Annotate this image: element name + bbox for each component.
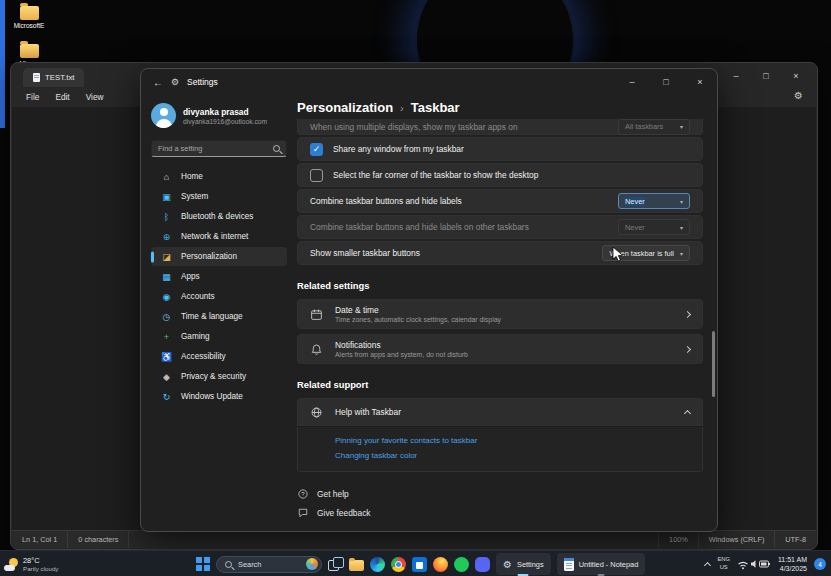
search-icon: [225, 561, 232, 568]
give-feedback-link[interactable]: Give feedback: [297, 507, 703, 519]
related-card-date-time[interactable]: Date & timeTime zones, automatic clock s…: [297, 299, 703, 329]
desktop-icon-microsofte[interactable]: MicrosoftE: [6, 6, 52, 29]
discord-button[interactable]: [475, 557, 490, 572]
expander-title: Help with Taskbar: [335, 407, 673, 417]
setting-label: Select the far corner of the taskbar to …: [333, 170, 690, 180]
weather-widget[interactable]: 28°C Partly cloudy: [4, 551, 58, 576]
clock[interactable]: 11:51 AM 4/3/2025: [778, 555, 807, 574]
tray-overflow-chevron-icon[interactable]: [704, 562, 711, 569]
menu-file[interactable]: File: [19, 90, 46, 104]
background-window-edge: [0, 0, 5, 128]
sidebar-item-accessibility[interactable]: ♿Accessibility: [151, 347, 287, 366]
sidebar-item-label: Personalization: [181, 252, 237, 261]
gaming-icon: +: [161, 332, 172, 342]
card-texts: NotificationsAlerts from apps and system…: [335, 340, 673, 359]
file-icon: [33, 73, 40, 82]
task-view-button[interactable]: [328, 557, 343, 572]
get-help-link[interactable]: ?Get help: [297, 488, 703, 500]
setting-row-when-using-multiple-displays-show-my-taskb: When using multiple displays, show my ta…: [297, 119, 703, 135]
folder-icon: [20, 6, 39, 20]
setting-label: Show smaller taskbar buttons: [310, 248, 602, 258]
sidebar-item-label: Network & internet: [181, 232, 248, 241]
sidebar-item-personalization[interactable]: ◪Personalization: [151, 247, 287, 266]
support-link-changing-taskbar-color[interactable]: Changing taskbar color: [335, 451, 690, 460]
chevron-down-icon: ▾: [680, 250, 683, 257]
dropdown-combine-taskbar-buttons-and-hi[interactable]: Never▾: [618, 193, 690, 209]
maximize-icon[interactable]: □: [649, 69, 683, 95]
breadcrumb-parent[interactable]: Personalization: [297, 100, 393, 115]
language-switcher[interactable]: ENG US: [717, 556, 730, 571]
accounts-icon: ◉: [161, 292, 172, 302]
notepad-tab[interactable]: TEST.txt: [23, 68, 84, 87]
related-card-notifications[interactable]: NotificationsAlerts from apps and system…: [297, 334, 703, 364]
sidebar-item-label: Accessibility: [181, 352, 226, 361]
scrollbar-thumb[interactable]: [712, 331, 715, 397]
menu-edit[interactable]: Edit: [48, 90, 76, 104]
bluetooth-devices-icon: ᛒ: [161, 212, 172, 222]
sidebar-item-windows-update[interactable]: ↻Windows Update: [151, 387, 287, 406]
footer-link-label: Give feedback: [317, 508, 371, 518]
notepad-tab-title: TEST.txt: [45, 73, 74, 82]
card-title: Notifications: [335, 340, 673, 350]
sidebar-item-time-language[interactable]: ◷Time & language: [151, 307, 287, 326]
setting-label: Combine taskbar buttons and hide labels …: [310, 222, 618, 232]
untitled-notepad-taskbar-button[interactable]: Untitled - Notepad: [557, 553, 646, 575]
card-subtitle: Alerts from apps and system, do not dist…: [335, 351, 673, 358]
system-icon: ▣: [161, 192, 172, 202]
checkbox-unchecked[interactable]: [310, 169, 323, 182]
setting-row-combine-taskbar-buttons-and-hide-labels: Combine taskbar buttons and hide labelsN…: [297, 189, 703, 213]
minimize-icon[interactable]: –: [615, 69, 649, 95]
taskbar-button-label: Untitled - Notepad: [579, 560, 639, 569]
chevron-right-icon: [684, 345, 691, 352]
maximize-icon[interactable]: □: [751, 66, 781, 85]
sidebar-item-apps[interactable]: ▦Apps: [151, 267, 287, 286]
setting-row-show-smaller-taskbar-buttons: Show smaller taskbar buttonsWhen taskbar…: [297, 241, 703, 265]
sidebar-item-privacy-security[interactable]: ◆Privacy & security: [151, 367, 287, 386]
taskbar-button-label: Settings: [517, 560, 544, 569]
help-with-taskbar-expander[interactable]: Help with Taskbar: [297, 398, 703, 426]
dropdown-value: Never: [625, 223, 645, 232]
sidebar-item-accounts[interactable]: ◉Accounts: [151, 287, 287, 306]
sidebar-item-gaming[interactable]: +Gaming: [151, 327, 287, 346]
settings-content: Personalization › Taskbar When using mul…: [297, 95, 707, 531]
line-ending: Windows (CRLF): [698, 531, 775, 548]
back-button[interactable]: ←: [153, 77, 163, 88]
sidebar-item-bluetooth-devices[interactable]: ᛒBluetooth & devices: [151, 207, 287, 226]
support-link-pinning-your-favorite-contacts[interactable]: Pinning your favorite contacts to taskba…: [335, 436, 690, 445]
setting-label: Combine taskbar buttons and hide labels: [310, 196, 618, 206]
microsoft-edge-button[interactable]: [370, 557, 385, 572]
zoom-level: 100%: [658, 531, 698, 548]
checkbox-checked[interactable]: ✓: [310, 143, 323, 156]
user-profile[interactable]: divyanka prasad divyanka1916@outlook.com: [151, 103, 287, 128]
settings-sidebar: divyanka prasad divyanka1916@outlook.com…: [141, 95, 293, 531]
notification-badge[interactable]: 4: [814, 558, 826, 570]
feedback-icon: [297, 507, 309, 519]
spotify-button[interactable]: [454, 557, 469, 572]
related-settings-heading: Related settings: [297, 280, 703, 291]
firefox-button[interactable]: [433, 557, 448, 572]
start-button[interactable]: [196, 557, 210, 571]
microsoft-store-button[interactable]: [412, 557, 427, 572]
sidebar-item-home[interactable]: ⌂Home: [151, 167, 287, 186]
taskbar-search[interactable]: Search: [216, 556, 322, 573]
network-volume-battery-icons[interactable]: [737, 557, 771, 571]
notepad-settings-gear-icon[interactable]: ⚙: [794, 90, 803, 101]
card-subtitle: Time zones, automatic clock settings, ca…: [335, 316, 673, 323]
search-input[interactable]: [158, 144, 269, 153]
settings-search[interactable]: [151, 140, 287, 157]
setting-label: Share any window from my taskbar: [333, 144, 690, 154]
sidebar-item-network-internet[interactable]: ⊕Network & internet: [151, 227, 287, 246]
setting-label: When using multiple displays, show my ta…: [310, 122, 618, 132]
system-tray: ENG US 11:51 AM 4/3/2025 4: [705, 551, 826, 576]
avatar: [151, 103, 176, 128]
file-explorer-button[interactable]: [349, 560, 364, 571]
search-highlights-icon: [306, 558, 318, 570]
close-icon[interactable]: ×: [781, 66, 811, 85]
sidebar-item-label: Privacy & security: [181, 372, 246, 381]
settings-taskbar-button[interactable]: ⚙Settings: [496, 553, 551, 575]
minimize-icon[interactable]: –: [721, 66, 751, 85]
menu-view[interactable]: View: [79, 90, 111, 104]
close-icon[interactable]: ×: [683, 69, 717, 95]
sidebar-item-system[interactable]: ▣System: [151, 187, 287, 206]
google-chrome-button[interactable]: [391, 557, 406, 572]
